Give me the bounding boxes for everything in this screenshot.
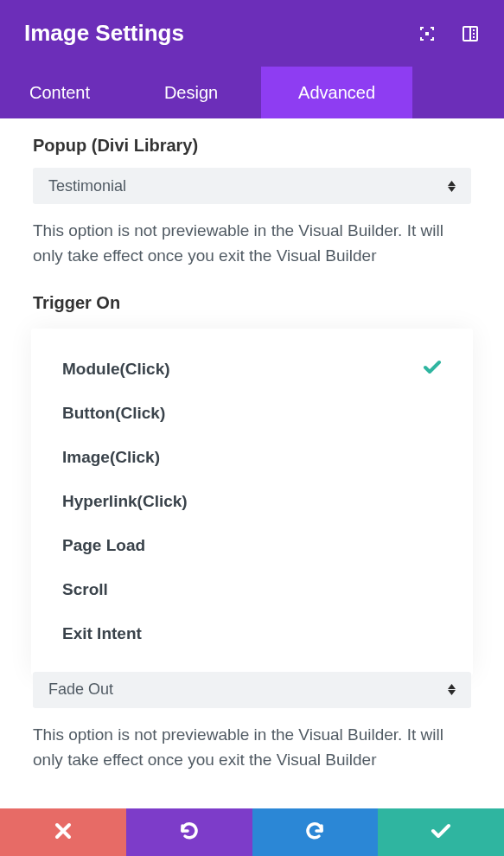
animation-select[interactable]: Fade Out (33, 672, 471, 708)
tab-content[interactable]: Content (0, 67, 131, 118)
svg-rect-0 (425, 32, 429, 35)
trigger-list: Module(Click) Button(Click) Image(Click)… (31, 329, 473, 675)
trigger-item-label: Hyperlink(Click) (62, 492, 188, 511)
popup-select-value: Testimonial (48, 177, 126, 195)
trigger-label: Trigger On (33, 293, 471, 313)
trigger-item-page-load[interactable]: Page Load (62, 524, 442, 568)
footer (0, 808, 504, 856)
popup-label: Popup (Divi Library) (33, 136, 471, 156)
redo-icon (304, 821, 325, 845)
close-button[interactable] (0, 808, 126, 856)
check-icon (423, 360, 442, 379)
trigger-item-module-click[interactable]: Module(Click) (62, 348, 442, 392)
trigger-item-label: Image(Click) (62, 448, 160, 467)
trigger-section: Trigger On Module(Click) Button(Click) I… (33, 293, 471, 675)
trigger-item-scroll[interactable]: Scroll (62, 568, 442, 612)
tab-advanced[interactable]: Advanced (261, 67, 412, 118)
save-button[interactable] (378, 808, 504, 856)
trigger-item-label: Scroll (62, 580, 108, 599)
trigger-item-image-click[interactable]: Image(Click) (62, 436, 442, 480)
tab-design[interactable]: Design (131, 67, 261, 118)
animation-select-value: Fade Out (48, 680, 113, 699)
undo-icon (179, 821, 200, 845)
content-area: Popup (Divi Library) Testimonial This op… (0, 118, 504, 773)
popup-select[interactable]: Testimonial (33, 168, 471, 204)
undo-button[interactable] (126, 808, 252, 856)
chevron-updown-icon (448, 181, 456, 192)
tabs: Content Design Advanced (0, 67, 504, 118)
trigger-item-label: Exit Intent (62, 624, 142, 643)
trigger-item-label: Page Load (62, 536, 145, 555)
trigger-item-exit-intent[interactable]: Exit Intent (62, 612, 442, 656)
page-title: Image Settings (24, 20, 184, 47)
header: Image Settings (0, 0, 504, 67)
close-icon (54, 821, 73, 844)
chevron-updown-icon (448, 684, 456, 695)
check-icon (431, 822, 451, 843)
animation-help-text: This option is not previewable in the Vi… (33, 722, 471, 773)
panel-icon[interactable] (461, 24, 480, 43)
expand-icon[interactable] (418, 24, 437, 43)
trigger-item-button-click[interactable]: Button(Click) (62, 392, 442, 436)
trigger-item-label: Button(Click) (62, 404, 165, 423)
trigger-item-hyperlink-click[interactable]: Hyperlink(Click) (62, 480, 442, 524)
header-icons (418, 24, 480, 43)
redo-button[interactable] (252, 808, 379, 856)
popup-help-text: This option is not previewable in the Vi… (33, 218, 471, 269)
trigger-item-label: Module(Click) (62, 360, 170, 379)
